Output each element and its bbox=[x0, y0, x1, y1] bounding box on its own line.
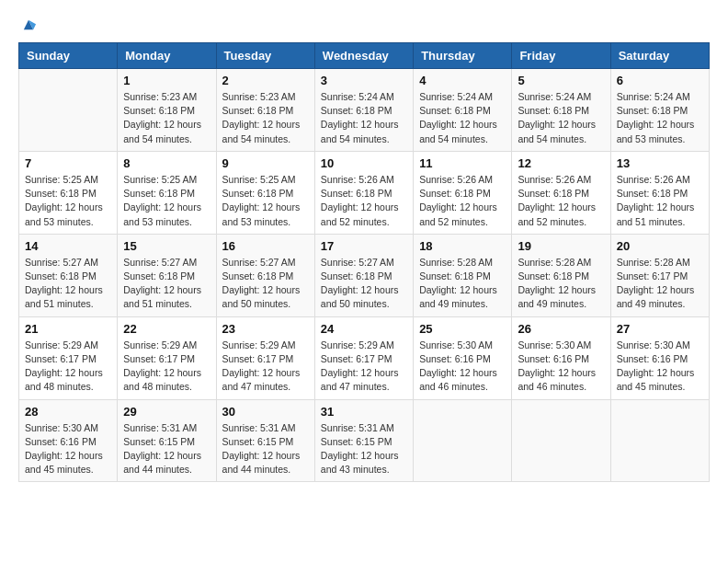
day-info: Sunrise: 5:27 AM Sunset: 6:18 PM Dayligh… bbox=[222, 256, 309, 312]
calendar-cell: 19Sunrise: 5:28 AM Sunset: 6:18 PM Dayli… bbox=[512, 234, 610, 316]
day-number: 15 bbox=[123, 239, 210, 253]
day-number: 25 bbox=[419, 322, 506, 336]
day-number: 9 bbox=[222, 156, 309, 170]
day-info: Sunrise: 5:28 AM Sunset: 6:18 PM Dayligh… bbox=[419, 256, 506, 312]
calendar-cell: 27Sunrise: 5:30 AM Sunset: 6:16 PM Dayli… bbox=[610, 316, 709, 399]
day-info: Sunrise: 5:27 AM Sunset: 6:18 PM Dayligh… bbox=[321, 256, 407, 312]
header-day-wednesday: Wednesday bbox=[314, 43, 413, 69]
calendar-cell: 9Sunrise: 5:25 AM Sunset: 6:18 PM Daylig… bbox=[216, 151, 314, 234]
day-number: 5 bbox=[518, 74, 604, 87]
day-number: 2 bbox=[222, 74, 309, 87]
day-number: 30 bbox=[222, 405, 309, 419]
calendar-body: 1Sunrise: 5:23 AM Sunset: 6:18 PM Daylig… bbox=[19, 69, 710, 482]
calendar-cell: 8Sunrise: 5:25 AM Sunset: 6:18 PM Daylig… bbox=[118, 151, 216, 234]
calendar-cell: 7Sunrise: 5:25 AM Sunset: 6:18 PM Daylig… bbox=[19, 151, 118, 234]
day-number: 6 bbox=[617, 74, 703, 87]
day-number: 3 bbox=[321, 74, 407, 87]
day-info: Sunrise: 5:31 AM Sunset: 6:15 PM Dayligh… bbox=[222, 421, 309, 477]
header-day-tuesday: Tuesday bbox=[216, 43, 314, 69]
calendar-cell: 29Sunrise: 5:31 AM Sunset: 6:15 PM Dayli… bbox=[118, 399, 216, 482]
calendar-cell: 13Sunrise: 5:26 AM Sunset: 6:18 PM Dayli… bbox=[610, 151, 709, 234]
day-info: Sunrise: 5:29 AM Sunset: 6:17 PM Dayligh… bbox=[321, 339, 407, 395]
calendar-cell: 17Sunrise: 5:27 AM Sunset: 6:18 PM Dayli… bbox=[314, 234, 413, 316]
day-number: 18 bbox=[419, 239, 506, 253]
day-number: 10 bbox=[321, 156, 407, 170]
day-info: Sunrise: 5:25 AM Sunset: 6:18 PM Dayligh… bbox=[25, 173, 111, 229]
day-number: 31 bbox=[321, 405, 407, 419]
day-number: 8 bbox=[123, 156, 210, 170]
calendar-cell bbox=[512, 399, 610, 482]
day-number: 28 bbox=[25, 405, 111, 419]
calendar-cell: 4Sunrise: 5:24 AM Sunset: 6:18 PM Daylig… bbox=[414, 69, 512, 152]
calendar-cell: 28Sunrise: 5:30 AM Sunset: 6:16 PM Dayli… bbox=[19, 399, 118, 482]
day-info: Sunrise: 5:26 AM Sunset: 6:18 PM Dayligh… bbox=[419, 173, 506, 229]
day-info: Sunrise: 5:23 AM Sunset: 6:18 PM Dayligh… bbox=[222, 90, 309, 146]
calendar-cell: 22Sunrise: 5:29 AM Sunset: 6:17 PM Dayli… bbox=[118, 316, 216, 399]
calendar-cell bbox=[19, 69, 118, 152]
day-number: 24 bbox=[321, 322, 407, 336]
day-number: 23 bbox=[222, 322, 309, 336]
calendar-table: SundayMondayTuesdayWednesdayThursdayFrid… bbox=[18, 42, 710, 482]
day-number: 14 bbox=[25, 239, 111, 253]
calendar-week-0: 1Sunrise: 5:23 AM Sunset: 6:18 PM Daylig… bbox=[19, 69, 710, 152]
day-number: 4 bbox=[419, 74, 506, 87]
day-info: Sunrise: 5:28 AM Sunset: 6:18 PM Dayligh… bbox=[518, 256, 604, 312]
header-day-friday: Friday bbox=[512, 43, 610, 69]
header-day-thursday: Thursday bbox=[414, 43, 512, 69]
day-info: Sunrise: 5:24 AM Sunset: 6:18 PM Dayligh… bbox=[617, 90, 703, 146]
day-info: Sunrise: 5:30 AM Sunset: 6:16 PM Dayligh… bbox=[518, 339, 604, 395]
day-number: 29 bbox=[123, 405, 210, 419]
logo bbox=[18, 15, 42, 35]
calendar-cell: 31Sunrise: 5:31 AM Sunset: 6:15 PM Dayli… bbox=[314, 399, 413, 482]
day-info: Sunrise: 5:29 AM Sunset: 6:17 PM Dayligh… bbox=[123, 339, 210, 395]
day-info: Sunrise: 5:25 AM Sunset: 6:18 PM Dayligh… bbox=[123, 173, 210, 229]
day-info: Sunrise: 5:26 AM Sunset: 6:18 PM Dayligh… bbox=[321, 173, 407, 229]
day-number: 1 bbox=[123, 74, 210, 87]
calendar-cell: 14Sunrise: 5:27 AM Sunset: 6:18 PM Dayli… bbox=[19, 234, 118, 316]
day-info: Sunrise: 5:30 AM Sunset: 6:16 PM Dayligh… bbox=[617, 339, 703, 395]
calendar-cell: 23Sunrise: 5:29 AM Sunset: 6:17 PM Dayli… bbox=[216, 316, 314, 399]
calendar-cell: 15Sunrise: 5:27 AM Sunset: 6:18 PM Dayli… bbox=[118, 234, 216, 316]
day-info: Sunrise: 5:25 AM Sunset: 6:18 PM Dayligh… bbox=[222, 173, 309, 229]
calendar-cell: 16Sunrise: 5:27 AM Sunset: 6:18 PM Dayli… bbox=[216, 234, 314, 316]
calendar-cell: 25Sunrise: 5:30 AM Sunset: 6:16 PM Dayli… bbox=[414, 316, 512, 399]
day-number: 20 bbox=[617, 239, 703, 253]
header-day-monday: Monday bbox=[118, 43, 216, 69]
day-number: 16 bbox=[222, 239, 309, 253]
day-info: Sunrise: 5:27 AM Sunset: 6:18 PM Dayligh… bbox=[123, 256, 210, 312]
calendar-cell: 10Sunrise: 5:26 AM Sunset: 6:18 PM Dayli… bbox=[314, 151, 413, 234]
day-number: 13 bbox=[617, 156, 703, 170]
calendar-cell: 12Sunrise: 5:26 AM Sunset: 6:18 PM Dayli… bbox=[512, 151, 610, 234]
day-info: Sunrise: 5:30 AM Sunset: 6:16 PM Dayligh… bbox=[25, 421, 111, 477]
day-info: Sunrise: 5:29 AM Sunset: 6:17 PM Dayligh… bbox=[222, 339, 309, 395]
calendar-cell: 18Sunrise: 5:28 AM Sunset: 6:18 PM Dayli… bbox=[414, 234, 512, 316]
calendar-cell: 24Sunrise: 5:29 AM Sunset: 6:17 PM Dayli… bbox=[314, 316, 413, 399]
day-number: 26 bbox=[518, 322, 604, 336]
day-info: Sunrise: 5:24 AM Sunset: 6:18 PM Dayligh… bbox=[321, 90, 407, 146]
calendar-cell: 1Sunrise: 5:23 AM Sunset: 6:18 PM Daylig… bbox=[118, 69, 216, 152]
day-number: 7 bbox=[25, 156, 111, 170]
calendar-week-3: 21Sunrise: 5:29 AM Sunset: 6:17 PM Dayli… bbox=[19, 316, 710, 399]
day-info: Sunrise: 5:23 AM Sunset: 6:18 PM Dayligh… bbox=[123, 90, 210, 146]
calendar-cell bbox=[414, 399, 512, 482]
day-number: 12 bbox=[518, 156, 604, 170]
calendar-week-4: 28Sunrise: 5:30 AM Sunset: 6:16 PM Dayli… bbox=[19, 399, 710, 482]
calendar-week-2: 14Sunrise: 5:27 AM Sunset: 6:18 PM Dayli… bbox=[19, 234, 710, 316]
day-info: Sunrise: 5:28 AM Sunset: 6:17 PM Dayligh… bbox=[617, 256, 703, 312]
calendar-cell: 11Sunrise: 5:26 AM Sunset: 6:18 PM Dayli… bbox=[414, 151, 512, 234]
calendar-cell: 5Sunrise: 5:24 AM Sunset: 6:18 PM Daylig… bbox=[512, 69, 610, 152]
calendar-cell: 20Sunrise: 5:28 AM Sunset: 6:17 PM Dayli… bbox=[610, 234, 709, 316]
header-row: SundayMondayTuesdayWednesdayThursdayFrid… bbox=[19, 43, 710, 69]
calendar-cell bbox=[610, 399, 709, 482]
logo-icon bbox=[18, 15, 39, 35]
day-info: Sunrise: 5:24 AM Sunset: 6:18 PM Dayligh… bbox=[419, 90, 506, 146]
day-info: Sunrise: 5:26 AM Sunset: 6:18 PM Dayligh… bbox=[518, 173, 604, 229]
header-day-sunday: Sunday bbox=[19, 43, 118, 69]
calendar-cell: 30Sunrise: 5:31 AM Sunset: 6:15 PM Dayli… bbox=[216, 399, 314, 482]
day-info: Sunrise: 5:24 AM Sunset: 6:18 PM Dayligh… bbox=[518, 90, 604, 146]
day-info: Sunrise: 5:31 AM Sunset: 6:15 PM Dayligh… bbox=[123, 421, 210, 477]
day-number: 11 bbox=[419, 156, 506, 170]
calendar-week-1: 7Sunrise: 5:25 AM Sunset: 6:18 PM Daylig… bbox=[19, 151, 710, 234]
day-info: Sunrise: 5:31 AM Sunset: 6:15 PM Dayligh… bbox=[321, 421, 407, 477]
calendar-cell: 3Sunrise: 5:24 AM Sunset: 6:18 PM Daylig… bbox=[314, 69, 413, 152]
